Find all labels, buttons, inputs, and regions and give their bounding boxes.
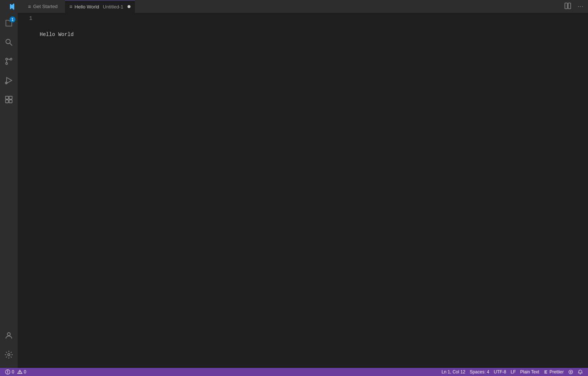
notifications-icon — [578, 369, 583, 375]
explorer-badge: 1 — [10, 17, 15, 22]
activity-bar: 1 — [0, 13, 18, 368]
svg-rect-13 — [9, 100, 12, 103]
svg-point-18 — [7, 373, 8, 373]
status-encoding[interactable]: UTF-8 — [491, 368, 508, 376]
tab-name: Hello World — [75, 4, 99, 10]
main-layout: 1 — [0, 13, 588, 368]
sidebar-item-source-control[interactable] — [0, 53, 18, 70]
code-area[interactable]: Hello World — [36, 13, 588, 368]
status-position[interactable]: Ln 1, Col 12 — [439, 368, 467, 376]
code-line-1: Hello World — [36, 30, 588, 39]
remote-icon — [568, 369, 573, 375]
sidebar-item-run[interactable] — [0, 72, 18, 89]
svg-point-20 — [19, 373, 20, 374]
tab-modified-dot — [128, 5, 130, 8]
svg-rect-0 — [565, 3, 567, 9]
error-icon — [5, 369, 10, 375]
svg-rect-11 — [9, 96, 12, 99]
status-eol[interactable]: LF — [508, 368, 518, 376]
tab-get-started[interactable]: ≡ Get Started — [24, 0, 62, 13]
more-actions-button[interactable]: ··· — [576, 2, 585, 11]
status-notifications[interactable] — [576, 368, 585, 376]
title-bar-actions: ··· — [563, 1, 585, 12]
svg-rect-1 — [568, 3, 571, 9]
encoding-label: UTF-8 — [494, 369, 506, 375]
tab-file-text-icon: ≡ — [69, 4, 72, 10]
status-formatter[interactable]: Prettier — [541, 368, 566, 376]
editor-content[interactable]: 1 Hello World — [18, 13, 588, 368]
status-remote[interactable] — [566, 368, 576, 376]
status-bar-left: 0 0 — [3, 368, 28, 376]
prettier-icon — [544, 370, 548, 374]
svg-point-15 — [8, 354, 10, 356]
get-started-label: Get Started — [33, 4, 57, 9]
svg-rect-12 — [6, 100, 8, 103]
line-number-1: 1 — [25, 14, 32, 22]
activity-bar-top: 1 — [0, 14, 18, 327]
svg-marker-8 — [7, 77, 12, 83]
sidebar-item-extensions[interactable] — [0, 91, 18, 108]
status-language[interactable]: Plain Text — [518, 368, 542, 376]
position-label: Ln 1, Col 12 — [441, 369, 465, 375]
svg-line-3 — [10, 43, 12, 46]
svg-point-6 — [6, 63, 8, 65]
sidebar-item-settings[interactable] — [0, 346, 18, 364]
svg-point-2 — [6, 39, 10, 44]
eol-label: LF — [510, 369, 516, 375]
split-editor-button[interactable] — [563, 1, 573, 12]
file-icon: ≡ — [28, 4, 31, 10]
sidebar-item-explorer[interactable]: 1 — [0, 14, 18, 32]
svg-point-14 — [7, 333, 10, 336]
tab-active[interactable]: ≡ Hello World Untitled-1 — [65, 0, 135, 13]
status-bar: 0 0 Ln 1, Col 12 Spaces: 4 UTF-8 LF Plai… — [0, 368, 588, 376]
status-errors-warnings[interactable]: 0 0 — [3, 368, 28, 376]
line-numbers: 1 — [18, 13, 36, 368]
activity-bar-bottom — [0, 327, 18, 366]
vscode-logo[interactable] — [3, 0, 21, 13]
status-bar-right: Ln 1, Col 12 Spaces: 4 UTF-8 LF Plain Te… — [439, 368, 585, 376]
svg-rect-10 — [6, 96, 8, 99]
svg-point-4 — [6, 58, 8, 60]
warning-count: 0 — [24, 369, 26, 375]
svg-point-9 — [6, 82, 7, 84]
status-spaces[interactable]: Spaces: 4 — [467, 368, 491, 376]
spaces-label: Spaces: 4 — [470, 369, 489, 375]
sidebar-item-search[interactable] — [0, 33, 18, 51]
sidebar-item-accounts[interactable] — [0, 327, 18, 344]
formatter-label: Prettier — [549, 369, 564, 375]
title-bar: ≡ Get Started ≡ Hello World Untitled-1 ·… — [0, 0, 588, 13]
tab-filename: Untitled-1 — [103, 4, 123, 10]
warning-icon — [17, 369, 22, 375]
editor-area: 1 Hello World — [18, 13, 588, 368]
svg-point-5 — [10, 58, 12, 60]
language-label: Plain Text — [520, 369, 539, 375]
error-count: 0 — [12, 369, 14, 375]
